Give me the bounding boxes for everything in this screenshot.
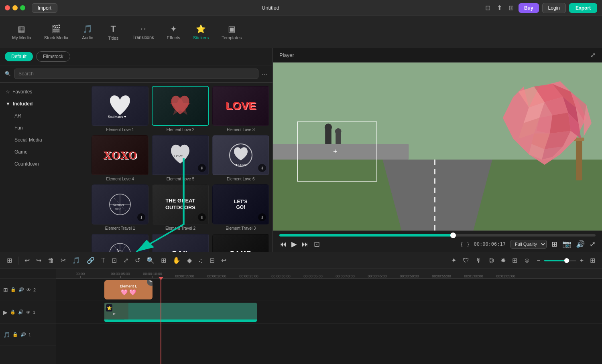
rotate-button[interactable]: ↺ xyxy=(133,255,142,265)
zoom-track[interactable] xyxy=(544,260,576,261)
crop-button[interactable]: ⊡ xyxy=(314,240,320,249)
sidebar-item-countdown[interactable]: Countdown xyxy=(0,158,88,170)
reverse-button[interactable]: ↩ xyxy=(219,255,228,265)
layout-icon[interactable]: ⊞ xyxy=(507,3,515,12)
pan-button[interactable]: ✋ xyxy=(171,255,183,265)
sticker-travel4[interactable]: ✕ ⬇ Element Travel 4 xyxy=(92,234,148,252)
sidebar-item-favorites[interactable]: ☆ Favorites xyxy=(0,86,88,98)
quality-select[interactable]: Full Quality 1/2 Quality 1/4 Quality xyxy=(510,240,547,249)
effects-btn3[interactable]: 🎙 xyxy=(474,256,484,265)
search-input[interactable] xyxy=(14,69,258,79)
audio1-lock-icon[interactable]: 🔒 xyxy=(12,332,18,337)
track2-lock-icon[interactable]: 🔒 xyxy=(10,287,16,292)
link-button[interactable]: 🔗 xyxy=(85,255,97,265)
sticker-clip[interactable]: ✂ Element L 🩷 🩷 xyxy=(104,280,153,299)
toolbar-effects[interactable]: ✦ Effects xyxy=(161,21,186,43)
minimize-traffic-light[interactable] xyxy=(12,5,18,10)
effects-btn2[interactable]: 🛡 xyxy=(461,256,471,265)
track1-eye-icon[interactable]: 👁 xyxy=(26,310,31,315)
sidebar-header-included[interactable]: ▼ Included xyxy=(0,98,88,110)
import-button[interactable]: Import xyxy=(32,3,57,13)
cloud-icon[interactable]: ⬆ xyxy=(495,3,504,12)
undo-button[interactable]: ↩ xyxy=(22,255,32,265)
video-clip[interactable]: ▶ ⭐ xyxy=(104,303,257,322)
text-button[interactable]: T xyxy=(99,256,107,265)
zoom-in-button[interactable]: + xyxy=(578,256,586,265)
magnify-button[interactable]: 🔍 xyxy=(144,255,157,265)
track2-volume-icon[interactable]: 🔊 xyxy=(18,287,24,292)
sticker-love1[interactable]: Soulmates ♥ Element Love 1 xyxy=(92,86,148,132)
login-button[interactable]: Login xyxy=(542,3,566,13)
pip-button[interactable]: ⊟ xyxy=(207,255,217,265)
toolbar-templates[interactable]: ▣ Templates xyxy=(216,21,247,43)
sticker-love5[interactable]: LOVE ⬇ Element Love 5 xyxy=(152,135,209,181)
sticker-love3[interactable]: LOVE Element Love 3 xyxy=(212,86,269,132)
clip-color-bar xyxy=(104,320,257,322)
export-button[interactable]: Export xyxy=(569,3,597,13)
buy-button[interactable]: Buy xyxy=(519,3,539,13)
redo-button[interactable]: ↪ xyxy=(34,255,43,265)
track1-volume-icon[interactable]: 🔊 xyxy=(18,309,24,315)
toolbar-stock-media[interactable]: 🎬 Stock Media xyxy=(39,21,74,43)
audio-button2[interactable]: ♫ xyxy=(196,256,205,265)
track2-eye-icon[interactable]: 👁 xyxy=(26,287,31,292)
tab-default[interactable]: Default xyxy=(5,52,33,61)
effects-btn7[interactable]: ☺ xyxy=(522,256,532,265)
fit-screen-button[interactable]: ⊞ xyxy=(551,240,557,249)
cut-button[interactable]: ✂ xyxy=(59,255,68,265)
sidebar-item-game[interactable]: Game xyxy=(0,146,88,158)
sticker-travel5[interactable]: SAIL ⬇ Element Travel 5 xyxy=(152,234,209,252)
sticker-travel1[interactable]: Summer Time ⬇ Element Travel 1 xyxy=(92,184,148,231)
zoom-thumb[interactable] xyxy=(564,258,569,263)
effects-btn1[interactable]: ✦ xyxy=(449,255,458,265)
resize-button[interactable]: ⊞ xyxy=(159,255,168,265)
timecode-display: 00:00:06:17 xyxy=(474,241,506,247)
player-expand-icon[interactable]: ⤢ xyxy=(590,51,596,59)
sticker-love2[interactable]: Element Love 2 xyxy=(152,86,209,132)
playback-progress-bar[interactable] xyxy=(279,234,596,237)
effects-btn4[interactable]: ⏣ xyxy=(486,255,496,265)
tab-filmstock[interactable]: Filmstock xyxy=(36,51,70,62)
sticker-love6[interactable]: ♥ LOVE ⬇ Element Love 6 xyxy=(212,135,269,181)
more-options-button[interactable]: ··· xyxy=(262,70,268,78)
volume-button[interactable]: 🔊 xyxy=(576,240,585,249)
timeline-grid-button[interactable]: ⊞ xyxy=(5,255,14,265)
effects-btn6[interactable]: ⊞ xyxy=(510,255,519,265)
step-back-button[interactable]: ⏮ xyxy=(279,240,287,249)
track1-lock-icon[interactable]: 🔒 xyxy=(10,309,16,315)
delete-button[interactable]: 🗑 xyxy=(46,256,56,265)
play-button[interactable]: ▶ xyxy=(291,240,297,249)
ruler-time-11: 00:00:55:00 xyxy=(432,274,451,278)
maximize-traffic-light[interactable] xyxy=(20,5,25,10)
transform-button[interactable]: ⤢ xyxy=(121,255,130,265)
effects-btn5[interactable]: ✸ xyxy=(498,255,508,265)
toolbar-my-media[interactable]: ▦ My Media xyxy=(6,21,37,43)
sticker-travel6[interactable]: CAMP Element Travel 6 xyxy=(212,234,269,252)
sticker-track: ✂ Element L 🩷 🩷 xyxy=(56,279,602,301)
playhead[interactable] xyxy=(161,279,161,364)
close-traffic-light[interactable] xyxy=(5,5,10,10)
sidebar-item-fun[interactable]: Fun xyxy=(0,122,88,134)
timeline-tracks[interactable]: 00:00 00:00:05:00 00:00:10:00 00:00:15:0… xyxy=(56,269,602,364)
sticker-travel3[interactable]: LET'SGO! ⬇ Element Travel 3 xyxy=(212,184,269,231)
crop-timeline-button[interactable]: ⊡ xyxy=(110,255,119,265)
keyframe-button[interactable]: ◆ xyxy=(185,255,194,265)
audio-detach-button[interactable]: 🎵 xyxy=(70,255,82,265)
audio1-volume-icon[interactable]: 🔊 xyxy=(20,332,26,337)
fast-forward-button[interactable]: ⏭ xyxy=(302,240,309,249)
toolbar-audio[interactable]: 🎵 Audio xyxy=(75,21,100,43)
timeline-layout-button[interactable]: ⊞ xyxy=(588,255,597,265)
sidebar-item-social-media[interactable]: Social Media xyxy=(0,134,88,146)
toolbar-transitions[interactable]: ↔️ Transitions xyxy=(127,21,159,43)
monitor-icon[interactable]: ⊡ xyxy=(484,3,492,12)
progress-thumb[interactable] xyxy=(450,233,456,238)
zoom-out-button[interactable]: − xyxy=(535,256,542,265)
screenshot-button[interactable]: 📷 xyxy=(562,240,571,249)
track2-add-icon[interactable]: ⊞ xyxy=(3,287,8,293)
toolbar-titles[interactable]: T Titles xyxy=(101,20,125,44)
sidebar-item-ar[interactable]: AR xyxy=(0,110,88,122)
sticker-love4[interactable]: XOXO Element Love 4 xyxy=(92,135,148,181)
toolbar-stickers[interactable]: ⭐ Stickers xyxy=(187,21,214,43)
fullscreen-button[interactable]: ⤢ xyxy=(590,240,596,249)
sticker-travel2[interactable]: THE GREATOUTDOORS ⬇ Element Travel 2 xyxy=(152,184,209,231)
